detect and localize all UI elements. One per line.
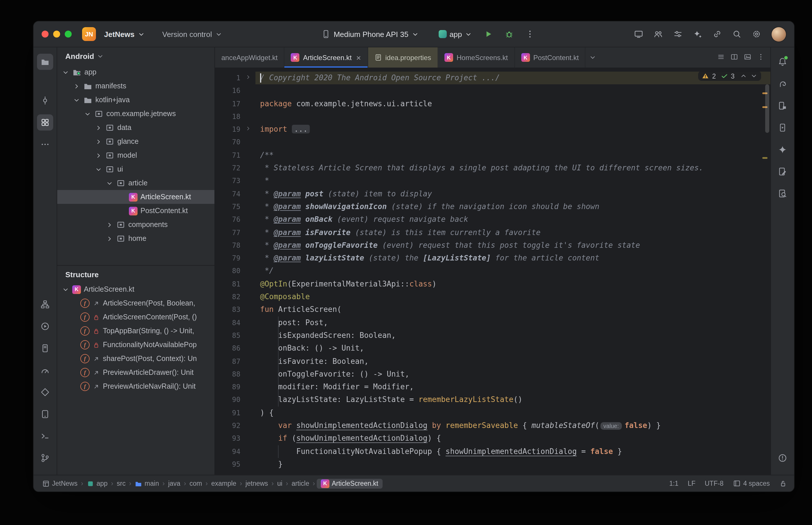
breadcrumb-jetnews[interactable]: JetNews (41, 479, 79, 488)
tool-problems-button[interactable] (774, 450, 791, 466)
warning-stripe-mark[interactable] (762, 157, 768, 159)
structure-item-previewarticledrawer-unit[interactable]: fPreviewArticleDrawer(): Unit (57, 365, 215, 379)
structure-item-sharepost-post-context-un[interactable]: fsharePost(Post, Context): Un (57, 352, 215, 365)
tree-item-articlescreen-kt[interactable]: KArticleScreen.kt (57, 190, 215, 204)
code-editor[interactable]: 1/ Copyright 2020 The Android Open Sourc… (215, 68, 770, 475)
device-mirror-button[interactable] (631, 26, 647, 42)
tool-more-tool-windows-button[interactable] (37, 136, 53, 152)
structure-item-functionalitynotavailablepop[interactable]: fFunctionalityNotAvailablePop (57, 338, 215, 352)
breadcrumb-article[interactable]: article (290, 479, 311, 487)
search-everywhere-button[interactable] (729, 26, 745, 42)
write-access-icon[interactable] (779, 479, 787, 487)
tool-run-button[interactable] (37, 318, 53, 334)
device-selector[interactable]: Medium Phone API 35 (318, 27, 423, 41)
minimize-button[interactable] (53, 31, 60, 38)
breadcrumb-jetnews[interactable]: jetnews (244, 479, 270, 487)
open-editors-button[interactable] (717, 52, 725, 63)
tool-resource-manager-button[interactable] (774, 163, 791, 180)
line-number: 85 (215, 329, 240, 342)
code-line: 80 */ (215, 265, 770, 278)
share-link-button[interactable] (709, 26, 725, 42)
tool-build-variants-button[interactable] (37, 296, 53, 313)
breadcrumb-main[interactable]: main (133, 479, 161, 488)
tree-item-components[interactable]: components (57, 218, 215, 231)
line-separator-widget[interactable]: LF (688, 480, 696, 487)
tool-layout-inspector-button[interactable] (774, 185, 791, 201)
tree-item-glance[interactable]: glance (57, 135, 215, 148)
structure-root-articlescreen-kt[interactable]: KArticleScreen.kt (57, 282, 215, 296)
breadcrumb-src[interactable]: src (115, 479, 128, 487)
tool-running-devices-button[interactable] (774, 120, 791, 136)
structure-item-articlescreen-post-boolean[interactable]: fArticleScreen(Post, Boolean, (57, 296, 215, 310)
vcs-label: Version control (162, 30, 212, 39)
tree-item-article[interactable]: article (57, 176, 215, 190)
tree-item-model[interactable]: model (57, 148, 215, 162)
zoom-button[interactable] (65, 31, 72, 38)
fold-arrow-icon[interactable] (245, 123, 251, 136)
structure-item-previewarticlenavrail-unit[interactable]: fPreviewArticleNavRail(): Unit (57, 379, 215, 393)
tab-anceappwidget-kt[interactable]: anceAppWidget.kt (215, 47, 285, 68)
tool-terminal-button[interactable] (37, 428, 53, 444)
close-button[interactable] (42, 31, 48, 38)
project-selector[interactable]: JetNews (101, 27, 149, 41)
tool-app-quality-insights-button[interactable] (37, 384, 53, 400)
code-with-me-button[interactable] (650, 26, 666, 42)
split-editor-button[interactable] (730, 52, 738, 63)
tree-item-com-example-jetnews[interactable]: com.example.jetnews (57, 107, 215, 121)
hidden-tabs-button[interactable] (586, 47, 600, 68)
tab-articlescreen-kt[interactable]: KArticleScreen.kt× (285, 47, 368, 68)
indent-widget[interactable]: 4 spaces (733, 479, 770, 487)
tool-device-explorer-button[interactable] (774, 97, 791, 114)
breadcrumb-com[interactable]: com (188, 479, 204, 487)
tree-item-kotlin-java[interactable]: kotlin+java (57, 93, 215, 107)
breadcrumb-ui[interactable]: ui (276, 479, 284, 487)
tree-item-data[interactable]: data (57, 121, 215, 135)
tree-item-manifests[interactable]: manifests (57, 79, 215, 93)
structure-item-articlescreencontent-post[interactable]: fArticleScreenContent(Post, () (57, 310, 215, 324)
search-icon (732, 29, 741, 39)
toolbar-filters-button[interactable] (670, 26, 686, 42)
more-run-actions-button[interactable] (522, 26, 538, 42)
tool-gradle-button[interactable] (774, 76, 791, 92)
tree-item-home[interactable]: home (57, 231, 215, 245)
run-button[interactable] (481, 26, 497, 42)
editor-scrollbar[interactable] (765, 84, 769, 133)
tab-postcontent-kt[interactable]: KPostContent.kt (515, 47, 586, 68)
close-tab-icon[interactable]: × (356, 54, 361, 61)
breadcrumb-app[interactable]: app (85, 479, 109, 488)
run-config-selector[interactable]: app (435, 27, 476, 41)
breadcrumb-articlescreen-kt[interactable]: KArticleScreen.kt (317, 479, 382, 488)
breadcrumb-java[interactable]: java (166, 479, 182, 487)
structure-item-topappbar-string-unit[interactable]: fTopAppBar(String, () -> Unit, (57, 324, 215, 338)
ai-assistant-button[interactable] (690, 26, 706, 42)
tool-device-manager-button[interactable] (37, 406, 53, 422)
tool-gemini-button[interactable] (774, 141, 791, 158)
tree-item-postcontent-kt[interactable]: KPostContent.kt (57, 204, 215, 218)
tool-structure-button[interactable] (37, 114, 53, 131)
tab-homescreens-kt[interactable]: KHomeScreens.kt (438, 47, 515, 68)
breadcrumb-example[interactable]: example (209, 479, 238, 487)
tab-label: ArticleScreen.kt (303, 54, 352, 61)
inspections-widget[interactable]: 2 3 (698, 71, 761, 81)
user-avatar[interactable] (771, 27, 786, 41)
tool-version-control-button[interactable] (37, 450, 53, 466)
tool-notifications-button[interactable] (774, 54, 791, 70)
editor-more-button[interactable] (757, 52, 765, 63)
project-view-selector[interactable]: Android (57, 47, 215, 64)
prev-problem-icon[interactable] (740, 72, 747, 80)
encoding-widget[interactable]: UTF-8 (705, 480, 724, 487)
tree-item-app[interactable]: app (57, 65, 215, 79)
tool-logcat-button[interactable] (37, 340, 53, 356)
tool-project-button[interactable] (37, 54, 53, 70)
vcs-widget[interactable]: Version control (159, 27, 226, 41)
tree-item-ui[interactable]: ui (57, 162, 215, 176)
caret-position-widget[interactable]: 1:1 (669, 480, 679, 487)
tool-profiler-button[interactable] (37, 362, 53, 378)
next-problem-icon[interactable] (750, 72, 758, 80)
tool-commit-button[interactable] (37, 92, 53, 109)
settings-button[interactable] (749, 26, 765, 42)
debug-button[interactable] (501, 26, 518, 42)
preview-layout-button[interactable] (744, 52, 751, 63)
tab-idea-properties[interactable]: idea.properties (368, 47, 438, 68)
fold-arrow-icon[interactable] (245, 72, 251, 85)
